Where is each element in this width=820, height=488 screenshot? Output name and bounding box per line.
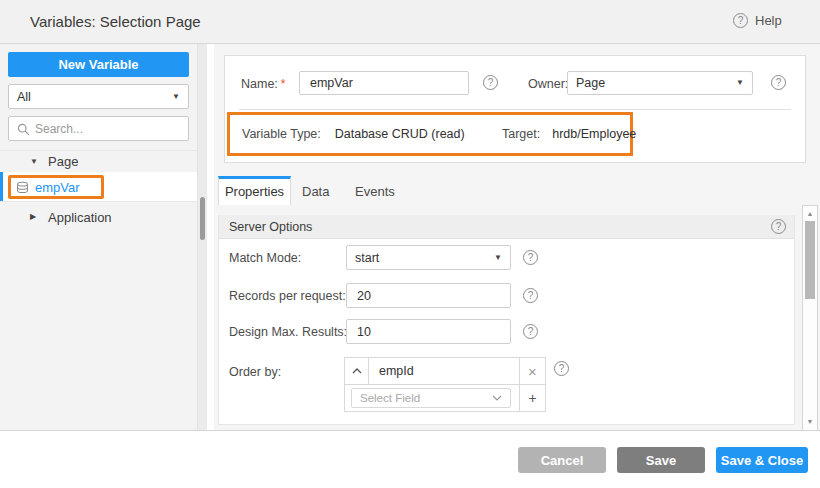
content-area: New Variable All ▼ ▼ Page: [0, 44, 820, 431]
database-variable-icon: [16, 181, 29, 194]
chevron-up-icon: [352, 368, 362, 374]
order-by-field-value[interactable]: empId: [369, 358, 519, 384]
add-field-button[interactable]: +: [519, 385, 545, 411]
cancel-button[interactable]: Cancel: [518, 447, 606, 473]
order-by-widget: empId × Select Field: [344, 357, 546, 412]
chevron-down-icon: ▼: [172, 93, 180, 101]
server-options-help-icon[interactable]: ?: [771, 219, 786, 234]
target-label: Target:: [502, 127, 540, 141]
sidebar-scrollbar-thumb[interactable]: [200, 197, 205, 240]
match-mode-label: Match Mode:: [229, 251, 301, 265]
search-input[interactable]: [9, 117, 188, 140]
owner-selected-value: Page: [576, 76, 605, 90]
filter-selected-value: All: [17, 90, 31, 104]
main-pane: Name:* ? Owner:* Page ▼ ? Variable Type:…: [214, 44, 820, 430]
highlight-annotation: empVar: [8, 175, 104, 199]
tree-item-empvar[interactable]: empVar: [0, 172, 197, 202]
records-per-request-label: Records per request:: [229, 289, 346, 303]
selected-indicator: [0, 172, 3, 201]
remove-field-button[interactable]: ×: [519, 358, 545, 384]
target-value: hrdb/Employee: [552, 127, 636, 141]
match-mode-help-icon[interactable]: ?: [523, 250, 538, 265]
chevron-down-icon: ▼: [736, 79, 744, 87]
save-and-close-button[interactable]: Save & Close: [716, 447, 808, 473]
design-max-results-row: Design Max. Results: ?: [219, 319, 794, 344]
match-mode-select[interactable]: start ▼: [346, 245, 511, 270]
order-by-row: Order by: empId ×: [219, 357, 794, 413]
card-divider: [239, 109, 791, 110]
tree-node-application[interactable]: ▶ Application: [0, 202, 197, 232]
variables-dialog: Variables: Selection Page ? Help New Var…: [0, 0, 820, 488]
name-input[interactable]: [299, 71, 469, 95]
section-title: Server Options: [229, 220, 312, 234]
order-by-help-icon[interactable]: ?: [554, 361, 569, 376]
search-box: [8, 116, 189, 141]
order-by-label: Order by:: [229, 365, 281, 379]
properties-panel: Server Options ? Match Mode: start ▼ ? R…: [218, 215, 795, 425]
sort-direction-button[interactable]: [345, 358, 369, 384]
chevron-down-icon: [492, 395, 502, 401]
server-options-header: Server Options ?: [219, 215, 794, 239]
variable-filter-select[interactable]: All ▼: [8, 84, 189, 109]
sidebar-scrollbar[interactable]: [197, 44, 207, 430]
scroll-down-arrow-icon[interactable]: ▼: [803, 417, 817, 427]
help-icon: ?: [733, 13, 748, 28]
design-max-results-label: Design Max. Results:: [229, 325, 347, 339]
match-mode-row: Match Mode: start ▼ ?: [219, 245, 794, 270]
owner-help-icon[interactable]: ?: [771, 75, 786, 90]
variable-type-highlight: Variable Type: Database CRUD (read) Targ…: [227, 112, 633, 156]
help-label: Help: [755, 13, 782, 28]
select-field-dropdown[interactable]: Select Field: [351, 388, 511, 408]
dialog-footer: Cancel Save Save & Close: [0, 431, 820, 488]
records-help-icon[interactable]: ?: [523, 288, 538, 303]
records-per-request-input[interactable]: [346, 283, 511, 308]
records-per-request-row: Records per request: ?: [219, 283, 794, 308]
tree-node-label: Page: [48, 154, 78, 169]
variables-sidebar: New Variable All ▼ ▼ Page: [0, 44, 197, 430]
close-icon: ×: [528, 363, 537, 380]
variable-name-label: empVar: [35, 180, 80, 195]
caret-right-icon: ▶: [30, 213, 36, 221]
name-label: Name:*: [241, 77, 286, 91]
name-help-icon[interactable]: ?: [483, 75, 498, 90]
variable-type-label: Variable Type:: [242, 127, 321, 141]
chevron-down-icon: ▼: [494, 254, 502, 262]
tree-node-label: Application: [48, 210, 112, 225]
select-field-placeholder: Select Field: [360, 392, 420, 404]
tab-events[interactable]: Events: [355, 176, 395, 205]
new-variable-button[interactable]: New Variable: [8, 52, 189, 77]
required-marker: *: [281, 77, 286, 91]
design-max-results-input[interactable]: [346, 319, 511, 344]
design-max-help-icon[interactable]: ?: [523, 324, 538, 339]
variable-summary-card: Name:* ? Owner:* Page ▼ ? Variable Type:…: [224, 55, 806, 163]
tab-data[interactable]: Data: [302, 176, 329, 205]
owner-select[interactable]: Page ▼: [567, 71, 753, 95]
panel-scrollbar-thumb[interactable]: [805, 221, 815, 299]
match-mode-value: start: [355, 251, 379, 265]
plus-icon: +: [528, 390, 536, 406]
scroll-up-arrow-icon[interactable]: ▲: [803, 209, 817, 219]
tree-node-page[interactable]: ▼ Page: [0, 150, 197, 172]
page-title: Variables: Selection Page: [30, 13, 201, 30]
variable-type-value: Database CRUD (read): [335, 127, 465, 141]
help-button[interactable]: ? Help: [733, 13, 782, 28]
caret-down-icon: ▼: [30, 158, 38, 166]
panel-scrollbar[interactable]: ▲ ▼: [802, 205, 818, 431]
save-button[interactable]: Save: [617, 447, 705, 473]
dialog-header: Variables: Selection Page ? Help: [0, 0, 820, 44]
tab-properties[interactable]: Properties: [218, 176, 291, 205]
